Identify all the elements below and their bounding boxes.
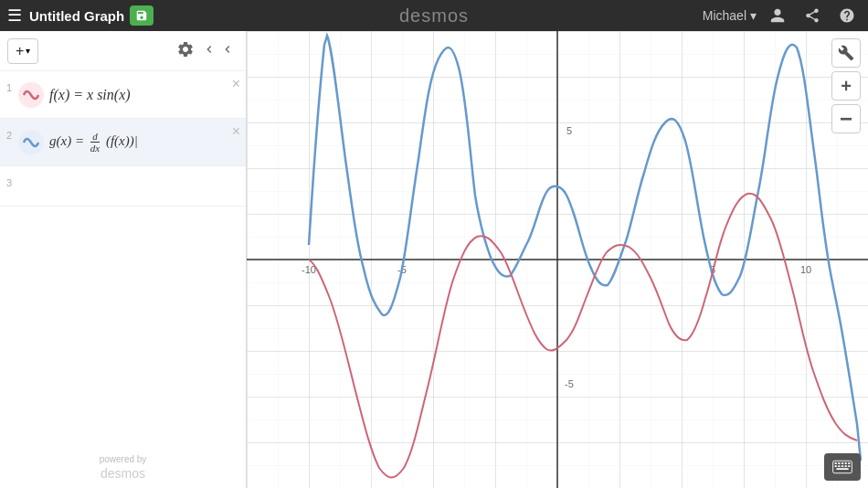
add-plus-icon: + [16, 43, 24, 59]
svg-rect-14 [844, 462, 846, 464]
wrench-icon [838, 45, 854, 61]
svg-text:-5: -5 [565, 378, 574, 389]
zoom-in-button[interactable]: + [831, 71, 861, 101]
expr-curve-icon-1 [22, 86, 40, 104]
expression-row-2[interactable]: 2 g(x) = d dx (f(x))| × [0, 119, 246, 166]
svg-rect-21 [836, 468, 848, 470]
graph-toolbar: + − [831, 38, 861, 133]
svg-rect-20 [848, 465, 850, 467]
main-layout: + ▾ 1 [0, 31, 868, 488]
wrench-button[interactable] [831, 38, 861, 68]
header: ☰ Untitled Graph desmos Michael ▾ [0, 0, 868, 31]
user-menu-button[interactable]: Michael ▾ [703, 8, 757, 23]
svg-text:10: 10 [800, 264, 811, 275]
save-icon [135, 9, 148, 22]
account-icon-button[interactable] [764, 3, 791, 28]
desmos-logo: desmos [399, 5, 469, 27]
add-chevron-icon: ▾ [26, 46, 30, 56]
expr-curve-icon-2 [22, 133, 40, 152]
delete-expr-2[interactable]: × [232, 124, 240, 139]
svg-rect-12 [838, 462, 840, 464]
svg-rect-15 [848, 462, 850, 464]
share-icon [804, 7, 820, 24]
user-name: Michael [703, 8, 746, 23]
share-icon-button[interactable] [799, 3, 826, 28]
keyboard-icon [832, 460, 852, 474]
expression-row-3[interactable]: 3 [0, 166, 246, 207]
zoom-in-label: + [841, 76, 852, 97]
expr-formula-2[interactable]: g(x) = d dx (f(x))| [49, 131, 246, 154]
expr-icon-2 [18, 130, 44, 155]
add-expression-button[interactable]: + ▾ [7, 38, 38, 64]
svg-rect-18 [842, 465, 843, 467]
page-title: Untitled Graph [29, 8, 124, 24]
keyboard-button[interactable] [824, 453, 861, 481]
help-icon-button[interactable] [833, 3, 861, 28]
powered-by-logo: desmos [7, 466, 238, 481]
svg-rect-17 [838, 465, 840, 467]
chevron-left-icon [202, 42, 217, 57]
svg-rect-13 [842, 462, 843, 464]
user-chevron-icon: ▾ [750, 8, 757, 23]
svg-text:5: 5 [566, 125, 572, 136]
save-button[interactable] [130, 5, 153, 26]
svg-rect-19 [844, 465, 846, 467]
graph-canvas: -10 -5 5 10 5 -5 [247, 31, 868, 488]
settings-button[interactable] [173, 37, 198, 65]
help-icon [839, 7, 855, 24]
row-number-2: 2 [0, 126, 18, 141]
menu-icon[interactable]: ☰ [7, 5, 22, 26]
graph-area[interactable]: -10 -5 5 10 5 -5 + − [247, 31, 868, 488]
gear-icon [176, 40, 195, 58]
svg-rect-11 [834, 462, 836, 464]
header-right: Michael ▾ [703, 3, 861, 28]
zoom-out-label: − [840, 108, 852, 130]
expr-formula-1[interactable]: f(x) = x sin(x) [49, 87, 246, 103]
expr-icon-1 [18, 82, 44, 108]
panel-toolbar: + ▾ [0, 31, 246, 71]
row-number-1: 1 [0, 79, 18, 93]
person-icon [769, 7, 786, 24]
row-number-3: 3 [0, 174, 18, 188]
expression-row-1[interactable]: 1 f(x) = x sin(x) × [0, 71, 246, 119]
zoom-out-button[interactable]: − [831, 104, 861, 133]
powered-by-section: powered by desmos [0, 447, 246, 488]
collapse-panel-button[interactable] [198, 38, 238, 63]
chevron-left-icon2 [220, 42, 235, 57]
delete-expr-1[interactable]: × [232, 77, 240, 91]
svg-rect-16 [834, 465, 836, 467]
powered-by-text: powered by [100, 454, 147, 464]
left-panel: + ▾ 1 [0, 31, 247, 488]
